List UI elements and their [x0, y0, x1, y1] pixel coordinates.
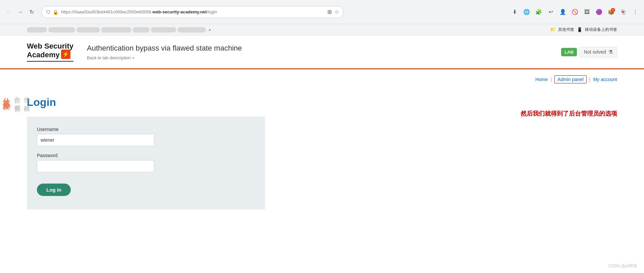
folder-icon: 📁 [550, 27, 555, 32]
back-chevron-icon: » [132, 55, 135, 60]
photo-icon[interactable]: 🖼 [582, 7, 592, 17]
bookmark-item-1[interactable] [27, 27, 47, 32]
block-icon[interactable]: 🚫 [570, 7, 580, 17]
bookmark-item-6[interactable] [151, 27, 176, 32]
logo-line1: Web Security [27, 42, 73, 50]
watermark-col-2: 作曲：周鹏宵 [13, 89, 22, 216]
password-group: Password [37, 153, 255, 172]
url-text: https://0aaa00a303bd4461c069ac2500e60056… [61, 9, 325, 14]
url-prefix: https://0aaa00a303bd4461c069ac2500e60056… [61, 9, 153, 14]
address-bar-icons: 🛡 🔒 [46, 9, 58, 15]
history-icon[interactable]: ↩ [546, 7, 555, 17]
mobile-folder-icon: 📱 [577, 27, 582, 32]
forward-button[interactable]: → [15, 7, 25, 17]
puzzle-icon[interactable]: 🧩 [534, 7, 543, 17]
ext2-icon[interactable]: 5 📦 [606, 7, 616, 17]
username-label: Username [37, 127, 255, 132]
nav-buttons: ← → ↻ [4, 7, 36, 17]
back-to-lab-link[interactable]: Back to lab description » [87, 55, 548, 60]
watermark-col-1: 什么是爱 [0, 89, 13, 216]
logo-row1: Web Security [27, 42, 73, 50]
bookmark-item-4[interactable] [101, 27, 131, 32]
globe-icon[interactable]: 🌐 [522, 7, 531, 17]
browser-chrome: ← → ↻ 🛡 🔒 https://0aaa00a303bd4461c069ac… [0, 0, 644, 24]
url-domain: web-security-academy.net [153, 9, 207, 14]
lock-icon: 🔒 [53, 9, 58, 15]
reload-button[interactable]: ↻ [27, 7, 36, 17]
logo: Web Security Academy [27, 42, 73, 62]
flask-icon: ⚗ [608, 49, 613, 55]
logo-text: Web Security Academy [27, 42, 73, 60]
username-input[interactable] [37, 134, 154, 146]
bookmark-item-7[interactable] [177, 27, 206, 32]
bookmark-right-1[interactable]: 其他书签 [558, 27, 574, 32]
bookmark-right-2[interactable]: 移动设备上的书签 [585, 27, 617, 32]
page-body: 什么是爱 作曲：周鹏宵 作词：接靓 Login Username Passwor… [0, 89, 644, 216]
back-button[interactable]: ← [4, 7, 13, 17]
logo-line2: Academy [27, 51, 60, 59]
qr-icon[interactable]: ⊞ [327, 9, 332, 15]
ext3-icon[interactable]: 👻 [619, 7, 628, 17]
bookmark-bar: » 📁 其他书签 📱 移动设备上的书签 [0, 24, 644, 36]
lab-badge: LAB [561, 48, 577, 56]
csdn-watermark: CSDN @yh野良 [608, 263, 637, 269]
main-nav: Home | Admin panel | My account [0, 69, 644, 89]
logo-row2: Academy [27, 50, 73, 60]
home-link[interactable]: Home [535, 77, 548, 82]
user-icon[interactable]: 👤 [558, 7, 568, 17]
password-label: Password [37, 153, 255, 158]
admin-panel-box: Admin panel [554, 75, 587, 83]
not-solved-badge: Not solved ⚗ [580, 47, 617, 57]
logo-icon [61, 50, 70, 59]
back-to-lab-text: Back to lab description [87, 55, 131, 60]
admin-panel-link[interactable]: Admin panel [557, 77, 584, 82]
download-icon[interactable]: ⬇ [510, 7, 519, 17]
password-input[interactable] [37, 160, 154, 172]
bookmark-item-2[interactable] [48, 27, 75, 32]
username-group: Username [37, 127, 255, 146]
menu-icon[interactable]: ⋮ [631, 7, 640, 17]
login-form: Username Password Log in [27, 117, 265, 209]
not-solved-text: Not solved [584, 49, 606, 55]
star-icon[interactable]: ☆ [334, 9, 339, 15]
bookmark-item-5[interactable] [133, 27, 150, 32]
ext1-icon[interactable]: 🟣 [594, 7, 604, 17]
login-title: Login [27, 96, 617, 109]
lab-title: Authentication bypass via flawed state m… [87, 44, 548, 53]
annotation-text: 然后我们就得到了后台管理员的选项 [521, 110, 617, 118]
browser-right-icons: ⬇ 🌐 🧩 ↩ 👤 🚫 🖼 🟣 5 📦 👻 ⋮ [510, 7, 640, 17]
address-bar[interactable]: 🛡 🔒 https://0aaa00a303bd4461c069ac2500e6… [42, 6, 343, 18]
url-path: /login [207, 9, 217, 14]
lab-status: LAB Not solved ⚗ [561, 47, 617, 57]
my-account-link[interactable]: My account [593, 77, 617, 82]
login-button[interactable]: Log in [37, 184, 71, 196]
nav-sep-1: | [550, 77, 552, 82]
bookmark-item-3[interactable] [76, 27, 100, 32]
bookmark-right: 📁 其他书签 📱 移动设备上的书签 [550, 27, 617, 32]
site-header: Web Security Academy Authentication bypa… [0, 36, 644, 69]
page-content: Web Security Academy Authentication bypa… [0, 36, 644, 216]
header-info: Authentication bypass via flawed state m… [87, 44, 548, 60]
bookmark-more-icon[interactable]: » [209, 27, 211, 32]
nav-sep-2: | [589, 77, 591, 82]
shield-icon: 🛡 [46, 9, 51, 15]
